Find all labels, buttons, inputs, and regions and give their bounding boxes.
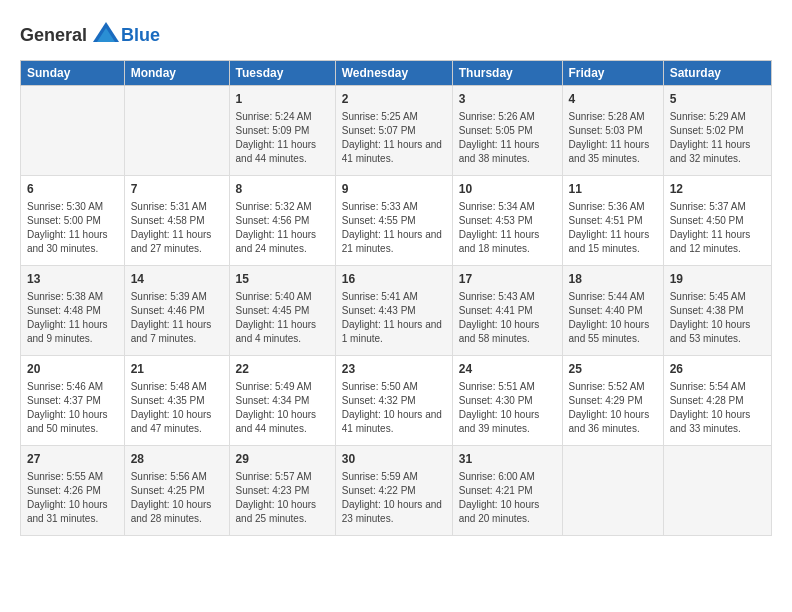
logo-blue-text: Blue: [121, 25, 160, 46]
day-number: 16: [342, 271, 446, 288]
calendar-week-row: 27Sunrise: 5:55 AM Sunset: 4:26 PM Dayli…: [21, 446, 772, 536]
day-number: 23: [342, 361, 446, 378]
day-info: Sunrise: 5:37 AM Sunset: 4:50 PM Dayligh…: [670, 200, 765, 256]
day-number: 5: [670, 91, 765, 108]
day-info: Sunrise: 5:59 AM Sunset: 4:22 PM Dayligh…: [342, 470, 446, 526]
day-number: 18: [569, 271, 657, 288]
day-info: Sunrise: 5:32 AM Sunset: 4:56 PM Dayligh…: [236, 200, 329, 256]
calendar-cell: 17Sunrise: 5:43 AM Sunset: 4:41 PM Dayli…: [452, 266, 562, 356]
calendar-cell: 13Sunrise: 5:38 AM Sunset: 4:48 PM Dayli…: [21, 266, 125, 356]
day-number: 31: [459, 451, 556, 468]
calendar-table: SundayMondayTuesdayWednesdayThursdayFrid…: [20, 60, 772, 536]
calendar-cell: 18Sunrise: 5:44 AM Sunset: 4:40 PM Dayli…: [562, 266, 663, 356]
calendar-cell: [21, 86, 125, 176]
day-info: Sunrise: 5:30 AM Sunset: 5:00 PM Dayligh…: [27, 200, 118, 256]
day-info: Sunrise: 5:56 AM Sunset: 4:25 PM Dayligh…: [131, 470, 223, 526]
calendar-cell: 4Sunrise: 5:28 AM Sunset: 5:03 PM Daylig…: [562, 86, 663, 176]
column-header-tuesday: Tuesday: [229, 61, 335, 86]
day-info: Sunrise: 5:49 AM Sunset: 4:34 PM Dayligh…: [236, 380, 329, 436]
day-info: Sunrise: 5:55 AM Sunset: 4:26 PM Dayligh…: [27, 470, 118, 526]
calendar-week-row: 1Sunrise: 5:24 AM Sunset: 5:09 PM Daylig…: [21, 86, 772, 176]
calendar-cell: 21Sunrise: 5:48 AM Sunset: 4:35 PM Dayli…: [124, 356, 229, 446]
day-info: Sunrise: 5:38 AM Sunset: 4:48 PM Dayligh…: [27, 290, 118, 346]
day-number: 29: [236, 451, 329, 468]
calendar-cell: [663, 446, 771, 536]
day-number: 30: [342, 451, 446, 468]
calendar-cell: 12Sunrise: 5:37 AM Sunset: 4:50 PM Dayli…: [663, 176, 771, 266]
day-info: Sunrise: 5:36 AM Sunset: 4:51 PM Dayligh…: [569, 200, 657, 256]
calendar-cell: 15Sunrise: 5:40 AM Sunset: 4:45 PM Dayli…: [229, 266, 335, 356]
calendar-cell: 5Sunrise: 5:29 AM Sunset: 5:02 PM Daylig…: [663, 86, 771, 176]
day-number: 21: [131, 361, 223, 378]
day-number: 20: [27, 361, 118, 378]
calendar-cell: 26Sunrise: 5:54 AM Sunset: 4:28 PM Dayli…: [663, 356, 771, 446]
calendar-week-row: 6Sunrise: 5:30 AM Sunset: 5:00 PM Daylig…: [21, 176, 772, 266]
day-info: Sunrise: 5:48 AM Sunset: 4:35 PM Dayligh…: [131, 380, 223, 436]
day-number: 15: [236, 271, 329, 288]
calendar-cell: 8Sunrise: 5:32 AM Sunset: 4:56 PM Daylig…: [229, 176, 335, 266]
day-number: 22: [236, 361, 329, 378]
calendar-cell: 29Sunrise: 5:57 AM Sunset: 4:23 PM Dayli…: [229, 446, 335, 536]
calendar-cell: 3Sunrise: 5:26 AM Sunset: 5:05 PM Daylig…: [452, 86, 562, 176]
day-number: 14: [131, 271, 223, 288]
calendar-cell: 28Sunrise: 5:56 AM Sunset: 4:25 PM Dayli…: [124, 446, 229, 536]
calendar-cell: 10Sunrise: 5:34 AM Sunset: 4:53 PM Dayli…: [452, 176, 562, 266]
day-number: 26: [670, 361, 765, 378]
day-info: Sunrise: 5:41 AM Sunset: 4:43 PM Dayligh…: [342, 290, 446, 346]
day-number: 9: [342, 181, 446, 198]
calendar-cell: 23Sunrise: 5:50 AM Sunset: 4:32 PM Dayli…: [335, 356, 452, 446]
calendar-cell: 30Sunrise: 5:59 AM Sunset: 4:22 PM Dayli…: [335, 446, 452, 536]
day-number: 3: [459, 91, 556, 108]
logo: General Blue: [20, 20, 160, 50]
calendar-cell: 22Sunrise: 5:49 AM Sunset: 4:34 PM Dayli…: [229, 356, 335, 446]
day-info: Sunrise: 5:26 AM Sunset: 5:05 PM Dayligh…: [459, 110, 556, 166]
day-number: 12: [670, 181, 765, 198]
calendar-cell: 11Sunrise: 5:36 AM Sunset: 4:51 PM Dayli…: [562, 176, 663, 266]
day-info: Sunrise: 5:43 AM Sunset: 4:41 PM Dayligh…: [459, 290, 556, 346]
calendar-cell: 16Sunrise: 5:41 AM Sunset: 4:43 PM Dayli…: [335, 266, 452, 356]
day-info: Sunrise: 5:24 AM Sunset: 5:09 PM Dayligh…: [236, 110, 329, 166]
day-info: Sunrise: 5:51 AM Sunset: 4:30 PM Dayligh…: [459, 380, 556, 436]
day-number: 1: [236, 91, 329, 108]
day-number: 25: [569, 361, 657, 378]
day-number: 2: [342, 91, 446, 108]
day-info: Sunrise: 5:29 AM Sunset: 5:02 PM Dayligh…: [670, 110, 765, 166]
day-info: Sunrise: 5:57 AM Sunset: 4:23 PM Dayligh…: [236, 470, 329, 526]
day-number: 10: [459, 181, 556, 198]
calendar-cell: [124, 86, 229, 176]
day-number: 19: [670, 271, 765, 288]
day-number: 6: [27, 181, 118, 198]
day-info: Sunrise: 5:31 AM Sunset: 4:58 PM Dayligh…: [131, 200, 223, 256]
column-header-friday: Friday: [562, 61, 663, 86]
day-info: Sunrise: 5:25 AM Sunset: 5:07 PM Dayligh…: [342, 110, 446, 166]
calendar-week-row: 13Sunrise: 5:38 AM Sunset: 4:48 PM Dayli…: [21, 266, 772, 356]
day-info: Sunrise: 5:54 AM Sunset: 4:28 PM Dayligh…: [670, 380, 765, 436]
day-number: 7: [131, 181, 223, 198]
day-number: 8: [236, 181, 329, 198]
day-info: Sunrise: 5:33 AM Sunset: 4:55 PM Dayligh…: [342, 200, 446, 256]
column-header-monday: Monday: [124, 61, 229, 86]
day-number: 27: [27, 451, 118, 468]
day-info: Sunrise: 5:52 AM Sunset: 4:29 PM Dayligh…: [569, 380, 657, 436]
calendar-week-row: 20Sunrise: 5:46 AM Sunset: 4:37 PM Dayli…: [21, 356, 772, 446]
calendar-header-row: SundayMondayTuesdayWednesdayThursdayFrid…: [21, 61, 772, 86]
column-header-wednesday: Wednesday: [335, 61, 452, 86]
calendar-cell: 9Sunrise: 5:33 AM Sunset: 4:55 PM Daylig…: [335, 176, 452, 266]
calendar-cell: 27Sunrise: 5:55 AM Sunset: 4:26 PM Dayli…: [21, 446, 125, 536]
day-info: Sunrise: 5:45 AM Sunset: 4:38 PM Dayligh…: [670, 290, 765, 346]
calendar-cell: 14Sunrise: 5:39 AM Sunset: 4:46 PM Dayli…: [124, 266, 229, 356]
calendar-cell: 6Sunrise: 5:30 AM Sunset: 5:00 PM Daylig…: [21, 176, 125, 266]
column-header-saturday: Saturday: [663, 61, 771, 86]
day-number: 28: [131, 451, 223, 468]
day-info: Sunrise: 5:50 AM Sunset: 4:32 PM Dayligh…: [342, 380, 446, 436]
day-info: Sunrise: 5:44 AM Sunset: 4:40 PM Dayligh…: [569, 290, 657, 346]
calendar-cell: [562, 446, 663, 536]
calendar-cell: 31Sunrise: 6:00 AM Sunset: 4:21 PM Dayli…: [452, 446, 562, 536]
calendar-cell: 2Sunrise: 5:25 AM Sunset: 5:07 PM Daylig…: [335, 86, 452, 176]
day-number: 11: [569, 181, 657, 198]
day-info: Sunrise: 6:00 AM Sunset: 4:21 PM Dayligh…: [459, 470, 556, 526]
day-info: Sunrise: 5:28 AM Sunset: 5:03 PM Dayligh…: [569, 110, 657, 166]
column-header-sunday: Sunday: [21, 61, 125, 86]
page-header: General Blue: [20, 20, 772, 50]
column-header-thursday: Thursday: [452, 61, 562, 86]
